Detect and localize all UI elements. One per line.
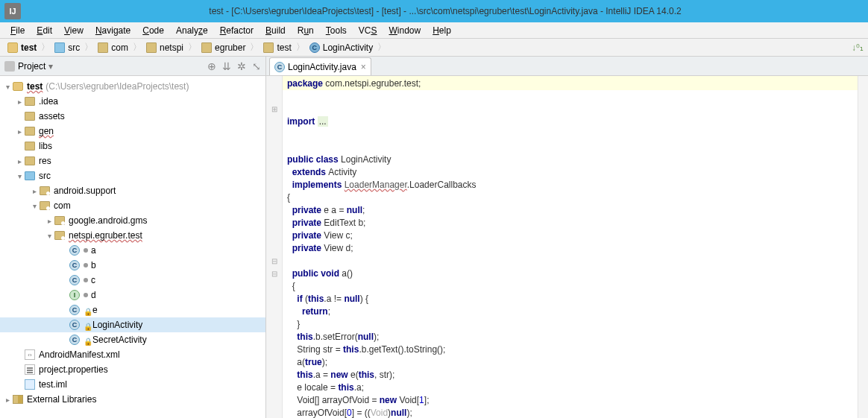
tree-libs[interactable]: libs xyxy=(0,139,265,153)
hide-icon[interactable]: ⤡ xyxy=(252,61,261,72)
breadcrumb-src[interactable]: src xyxy=(51,42,83,53)
tree-external-libs[interactable]: ▸External Libraries xyxy=(0,392,265,407)
class-icon: C xyxy=(69,320,80,330)
class-icon: C xyxy=(69,305,80,315)
collapse-all-icon[interactable]: ⇊ xyxy=(222,61,231,72)
tree-label: libs xyxy=(39,141,52,151)
breadcrumb-com[interactable]: com xyxy=(95,42,131,53)
tree-class-d[interactable]: Id xyxy=(0,288,265,303)
scroll-from-source-icon[interactable]: ↓⁰₁ xyxy=(852,42,864,54)
folder-icon xyxy=(263,42,274,53)
fold-icon[interactable]: ⊟ xyxy=(266,255,282,267)
breadcrumb-separator: 〉 xyxy=(40,41,51,54)
menu-tools[interactable]: Tools xyxy=(320,24,353,37)
tree-assets[interactable]: assets xyxy=(0,109,265,124)
tree-iml[interactable]: test.iml xyxy=(0,377,265,392)
editor-tab-loginactivity[interactable]: C LoginActivity.java × xyxy=(269,57,371,75)
menu-code[interactable]: Code xyxy=(136,24,170,37)
tree-class-c[interactable]: Cc xyxy=(0,273,265,288)
editor-error-stripe[interactable] xyxy=(858,76,868,418)
package-icon xyxy=(40,201,50,210)
menu-refactor[interactable]: Refactor xyxy=(214,24,260,37)
expand-arrow-icon[interactable]: ▾ xyxy=(45,232,54,240)
tree-root[interactable]: ▾test(C:\Users\egruber\IdeaProjects\test… xyxy=(0,79,265,94)
close-tab-icon[interactable]: × xyxy=(361,62,366,72)
editor-gutter[interactable]: ⊞ ⊟ ⊟ xyxy=(266,76,283,418)
tree-label: src xyxy=(39,171,51,181)
tree-class-a[interactable]: Ca xyxy=(0,243,265,258)
menu-window[interactable]: Window xyxy=(383,24,427,37)
tree-gen[interactable]: ▸gen xyxy=(0,124,265,139)
project-panel-toolbar: ⊕ ⇊ ✲ ⤡ xyxy=(207,61,261,72)
xml-file-icon: ‹› xyxy=(25,349,35,360)
tree-netspi-pkg[interactable]: ▾netspi.egruber.test xyxy=(0,228,265,243)
tree-manifest[interactable]: ‹›AndroidManifest.xml xyxy=(0,347,265,362)
breadcrumb-egruber[interactable]: egruber xyxy=(198,42,248,53)
folder-icon xyxy=(25,142,35,151)
menu-navigate[interactable]: Navigate xyxy=(89,24,136,37)
tree-google-gms[interactable]: ▸google.android.gms xyxy=(0,213,265,228)
autoscroll-icon[interactable]: ⊕ xyxy=(207,61,216,72)
breadcrumb-separator: 〉 xyxy=(83,41,95,54)
project-tree[interactable]: ▾test(C:\Users\egruber\IdeaProjects\test… xyxy=(0,76,265,418)
fold-icon[interactable]: ⊟ xyxy=(266,267,282,280)
expand-arrow-icon[interactable]: ▸ xyxy=(15,98,24,106)
menu-analyze[interactable]: Analyze xyxy=(170,24,214,37)
expand-arrow-icon[interactable]: ▾ xyxy=(3,83,12,91)
expand-arrow-icon[interactable]: ▾ xyxy=(15,172,24,180)
tree-label: External Libraries xyxy=(27,394,96,405)
tree-class-e[interactable]: C🔒e xyxy=(0,303,265,317)
editor-tabs: C LoginActivity.java × xyxy=(266,57,868,76)
code-area[interactable]: package com.netspi.egruber.test; import … xyxy=(283,76,858,418)
menu-edit[interactable]: Edit xyxy=(31,24,58,37)
class-icon: C xyxy=(69,260,80,270)
expand-arrow-icon[interactable]: ▸ xyxy=(15,157,24,165)
menu-run[interactable]: Run xyxy=(292,24,320,37)
chevron-down-icon[interactable]: ▾ xyxy=(48,61,53,72)
intellij-logo-icon: IJ xyxy=(4,3,21,19)
tree-res[interactable]: ▸res xyxy=(0,153,265,168)
lock-icon: 🔒 xyxy=(84,338,91,342)
tree-label: c xyxy=(91,275,95,285)
tree-label: a xyxy=(91,245,96,256)
expand-arrow-icon[interactable]: ▸ xyxy=(30,187,39,195)
expand-arrow-icon[interactable]: ▸ xyxy=(3,396,12,404)
lock-icon: 🔒 xyxy=(84,308,91,312)
breadcrumb-class[interactable]: CLoginActivity xyxy=(306,42,376,53)
tree-com[interactable]: ▾com xyxy=(0,198,265,213)
menu-file[interactable]: FFileile xyxy=(4,24,31,37)
menu-help[interactable]: Help xyxy=(427,24,457,37)
lock-icon: 🔒 xyxy=(84,323,91,327)
folder-icon xyxy=(98,42,108,53)
tree-class-secret[interactable]: C🔒SecretActivity xyxy=(0,332,265,347)
visibility-icon xyxy=(84,248,88,253)
tree-props[interactable]: project.properties xyxy=(0,362,265,377)
properties-file-icon xyxy=(25,364,35,375)
tree-idea[interactable]: ▸.idea xyxy=(0,94,265,109)
project-panel-title[interactable]: Project xyxy=(18,61,45,72)
tree-src[interactable]: ▾src xyxy=(0,168,265,183)
fold-icon[interactable]: ⊞ xyxy=(266,103,282,115)
tree-label: netspi.egruber.test xyxy=(69,230,142,241)
menu-build[interactable]: Build xyxy=(260,24,292,37)
folder-icon xyxy=(25,97,35,106)
tree-class-login[interactable]: C🔒LoginActivity xyxy=(0,317,265,332)
tree-android-support[interactable]: ▸android.support xyxy=(0,183,265,198)
expand-arrow-icon[interactable]: ▸ xyxy=(45,217,54,225)
settings-gear-icon[interactable]: ✲ xyxy=(237,61,246,72)
breadcrumb-test-pkg[interactable]: test xyxy=(260,42,294,53)
window-title: test - [C:\Users\egruber\IdeaProjects\te… xyxy=(27,6,864,16)
menu-vcs[interactable]: VCS xyxy=(353,24,383,37)
breadcrumb-test[interactable]: test xyxy=(4,42,40,53)
breadcrumb-netspi[interactable]: netspi xyxy=(143,42,186,53)
tree-class-b[interactable]: Cb xyxy=(0,258,265,273)
expand-arrow-icon[interactable]: ▾ xyxy=(30,202,39,210)
menu-view[interactable]: View xyxy=(58,24,89,37)
tree-label: e xyxy=(92,305,98,315)
tree-label: AndroidManifest.xml xyxy=(39,349,120,360)
breadcrumb-separator: 〉 xyxy=(131,41,143,54)
tree-label: LoginActivity xyxy=(92,320,142,330)
expand-arrow-icon[interactable]: ▸ xyxy=(15,127,24,136)
code-editor[interactable]: ⊞ ⊟ ⊟ package com.netspi.egruber.test; i… xyxy=(266,76,868,418)
class-icon: C xyxy=(274,62,285,72)
